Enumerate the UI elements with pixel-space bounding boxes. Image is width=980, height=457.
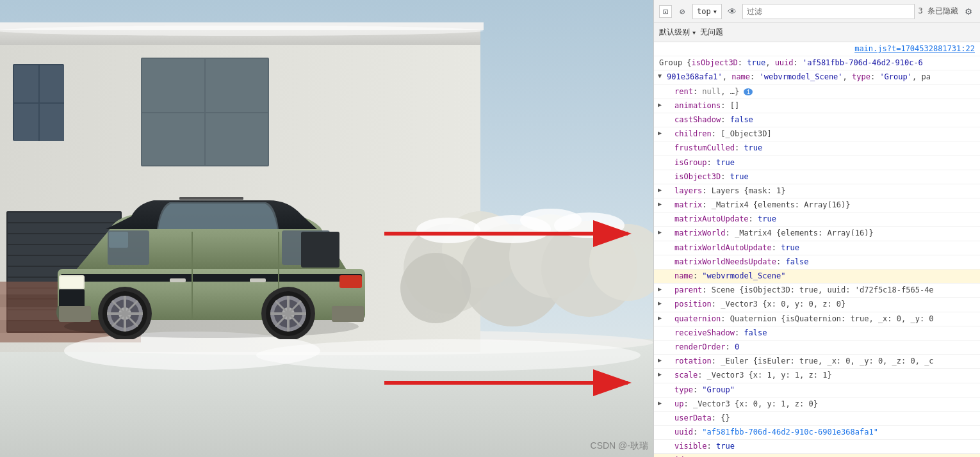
console-line: rent: null, …} i (654, 85, 980, 99)
svg-rect-24 (142, 59, 204, 112)
svg-rect-7 (14, 65, 38, 102)
svg-rect-8 (40, 65, 64, 102)
chevron-down-icon: ▾ (713, 7, 717, 16)
hidden-count: 3 条已隐藏 (919, 6, 958, 17)
console-line[interactable]: layers: Layers {mask: 1} (654, 184, 980, 198)
svg-rect-64 (332, 306, 364, 322)
console-line: matrixAutoUpdate: true (654, 212, 980, 227)
svg-rect-61 (59, 289, 85, 309)
chevron-down-icon2: ▾ (692, 28, 696, 37)
console-line: castShadow: false (654, 113, 980, 127)
svg-point-34 (0, 26, 484, 36)
console-line[interactable]: up: _Vector3 {x: 0, y: 1, z: 0} (654, 397, 980, 412)
console-line[interactable]: quaternion: Quaternion {isQuaternion: tr… (654, 312, 980, 326)
console-line: isGroup: true (654, 156, 980, 170)
watermark: CSDN @-耿瑞 (591, 440, 648, 452)
svg-rect-10 (40, 104, 64, 141)
console-line[interactable]: scale: _Vector3 {x: 1, y: 1, z: 1} (654, 369, 980, 383)
console-line[interactable]: matrix: _Matrix4 {elements: Array(16)} (654, 198, 980, 212)
console-line: renderOrder: 0 (654, 341, 980, 355)
console-line[interactable]: matrixWorld: _Matrix4 {elements: Array(1… (654, 227, 980, 241)
svg-rect-63 (59, 306, 91, 322)
svg-rect-25 (206, 59, 268, 112)
svg-point-42 (416, 218, 480, 243)
devtools-toolbar: ⊡ ⊘ top ▾ 👁 3 条已隐藏 ⚙ (654, 0, 980, 23)
console-line[interactable]: children: [_Object3D] (654, 127, 980, 141)
console-line-expanded[interactable]: 901e368afa1', name: 'webvrmodel_Scene', … (654, 70, 980, 84)
svg-rect-60 (60, 277, 83, 288)
svg-rect-62 (339, 275, 362, 288)
svg-point-41 (400, 253, 471, 323)
level-selector[interactable]: 默认级别 ▾ (659, 27, 696, 38)
svg-rect-57 (250, 278, 266, 282)
svg-rect-27 (206, 113, 268, 165)
level-label: 默认级别 (659, 27, 690, 38)
car-svg (32, 179, 391, 339)
rent-text: rent: null, …} i (674, 87, 753, 96)
console-line[interactable]: position: _Vector3 {x: 0, y: 0, z: 0} (654, 298, 980, 312)
svg-rect-53 (61, 274, 362, 282)
group-text: Group {isObject3D: true, uuid: 'af581fbb… (659, 58, 923, 67)
svg-point-45 (554, 212, 625, 238)
source-link[interactable]: main.js?t=1704532881731:22 (854, 44, 975, 53)
console-line: visible: true (654, 440, 980, 454)
group-text2: 901e368afa1', name: 'webvrmodel_Scene', … (667, 72, 931, 81)
name-property-line: name: "webvrmodel_Scene" (654, 269, 980, 284)
svg-rect-26 (142, 113, 204, 165)
no-issues-label: 无问题 (700, 27, 723, 38)
frame-label: top (697, 7, 711, 16)
console-line: matrixWorldNeedsUpdate: false (654, 255, 980, 269)
console-line: matrixWorldAutoUpdate: true (654, 241, 980, 255)
svg-rect-56 (170, 278, 186, 282)
eye-icon[interactable]: 👁 (726, 5, 739, 18)
block-icon[interactable]: ⊘ (676, 5, 689, 18)
console-line: type: "Group" (654, 383, 980, 397)
svg-rect-52 (109, 232, 128, 248)
devtools-toolbar2: 默认级别 ▾ 无问题 (654, 23, 980, 42)
console-line[interactable]: parent: Scene {isObject3D: true, uuid: '… (654, 284, 980, 298)
frame-selector[interactable]: top ▾ (692, 4, 722, 19)
filter-input[interactable] (742, 4, 915, 19)
svg-rect-9 (14, 104, 38, 141)
console-line: frustumCulled: true (654, 141, 980, 156)
console-line: uuid: "af581fbb-706d-46d2-910c-6901e368a… (654, 426, 980, 440)
id-property-line: id: 10 (654, 454, 980, 457)
svg-rect-83 (179, 197, 243, 200)
car-container (32, 179, 391, 346)
screenshot-icon[interactable]: ⊡ (659, 5, 672, 18)
console-output: main.js?t=1704532881731:22 Group {isObje… (654, 42, 980, 457)
console-link-line: main.js?t=1704532881731:22 (654, 42, 980, 56)
scene-panel: CSDN @-耿瑞 (0, 0, 653, 457)
console-line[interactable]: rotation: _Euler {isEuler: true, _x: 0, … (654, 355, 980, 369)
console-line: userData: {} (654, 412, 980, 426)
console-line: isObject3D: true (654, 170, 980, 184)
console-line[interactable]: animations: [] (654, 99, 980, 113)
settings-icon[interactable]: ⚙ (962, 5, 975, 18)
console-line: Group {isObject3D: true, uuid: 'af581fbb… (654, 56, 980, 70)
devtools-panel: ⊡ ⊘ top ▾ 👁 3 条已隐藏 ⚙ 默认级别 ▾ 无问题 main.js?… (653, 0, 980, 457)
console-line: receiveShadow: false (654, 326, 980, 341)
svg-rect-58 (301, 232, 339, 268)
